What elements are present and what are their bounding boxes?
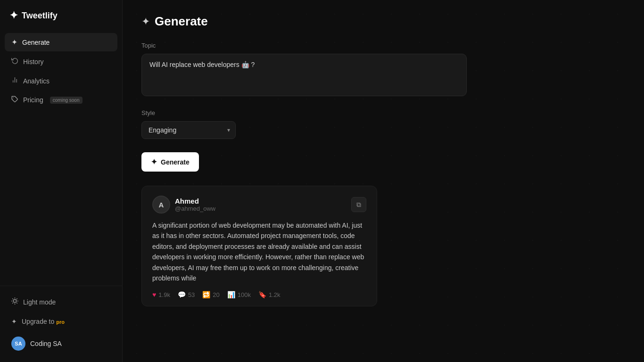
tweet-user-info: Ahmed @ahmed_oww [175, 197, 215, 212]
comments-count: 53 [188, 291, 195, 298]
analytics-icon [11, 76, 18, 85]
history-icon [11, 57, 18, 66]
heart-icon: ♥ [152, 291, 156, 298]
upgrade-to-pro[interactable]: ✦ Upgrade to pro [5, 313, 117, 330]
views-icon: 📊 [227, 291, 235, 298]
tweet-stats: ♥ 1.9k 💬 53 🔁 20 📊 100k 🔖 1.2k [152, 291, 366, 298]
user-profile[interactable]: SA Coding SA [5, 332, 117, 355]
tweet-handle: @ahmed_oww [175, 205, 215, 212]
sidebar-bottom: Light mode ✦ Upgrade to pro SA Coding SA [0, 286, 122, 362]
generate-header-icon: ✦ [141, 16, 150, 28]
page-title: Generate [155, 14, 208, 29]
tweet-comments: 💬 53 [178, 291, 195, 298]
tweet-card: A Ahmed @ahmed_oww ⧉ A significant porti… [141, 186, 377, 306]
generate-button[interactable]: ✦ Generate [141, 152, 199, 172]
sun-icon [11, 297, 18, 306]
topic-label: Topic [141, 42, 625, 49]
topic-section: Topic Will AI replace web developers 🤖 ? [141, 42, 625, 109]
comment-icon: 💬 [178, 291, 186, 298]
style-select[interactable]: Engaging Professional Casual Humorous Ed… [141, 121, 236, 139]
tweet-header: A Ahmed @ahmed_oww ⧉ [152, 196, 366, 214]
sidebar-item-analytics[interactable]: Analytics [5, 72, 117, 90]
likes-count: 1.9k [158, 291, 170, 298]
tweet-retweets: 🔁 20 [202, 291, 219, 298]
sidebar-item-generate[interactable]: ✦ Generate [5, 33, 117, 51]
sidebar-nav: ✦ Generate History Analytics Pricing com… [0, 33, 122, 286]
main-content: ✦ Generate Topic Will AI replace web dev… [123, 0, 644, 362]
bookmarks-count: 1.2k [269, 291, 281, 298]
sidebar-item-analytics-label: Analytics [23, 77, 50, 85]
style-label: Style [141, 109, 625, 116]
copy-icon: ⧉ [356, 201, 361, 209]
app-logo: ✦ Tweetlify [0, 0, 122, 33]
sidebar-item-pricing-label: Pricing [23, 96, 43, 104]
app-name: Tweetlify [22, 11, 58, 21]
svg-point-4 [13, 299, 16, 302]
retweet-icon: 🔁 [202, 291, 210, 298]
sidebar-item-pricing[interactable]: Pricing coming soon [5, 91, 117, 109]
tweet-avatar: A [152, 196, 170, 214]
generate-icon: ✦ [11, 38, 17, 47]
user-avatar: SA [11, 337, 25, 351]
user-name: Coding SA [30, 340, 62, 347]
generate-btn-icon: ✦ [151, 157, 157, 166]
views-count: 100k [238, 291, 251, 298]
copy-button[interactable]: ⧉ [351, 197, 366, 212]
light-mode-label: Light mode [23, 298, 56, 306]
pro-highlight: pro [56, 319, 65, 325]
tweet-name: Ahmed [175, 197, 215, 205]
tweet-user: A Ahmed @ahmed_oww [152, 196, 215, 214]
sidebar: ✦ Tweetlify ✦ Generate History Analytics… [0, 0, 123, 362]
coming-soon-badge: coming soon [50, 97, 83, 104]
bookmark-icon: 🔖 [258, 291, 266, 298]
tweet-text: A significant portion of web development… [152, 220, 366, 283]
svg-line-7 [13, 299, 13, 299]
sidebar-item-generate-label: Generate [22, 39, 50, 46]
upgrade-icon: ✦ [11, 318, 17, 325]
svg-line-8 [17, 303, 17, 303]
retweets-count: 20 [213, 291, 219, 298]
light-mode-toggle[interactable]: Light mode [5, 293, 117, 311]
tweet-bookmarks: 🔖 1.2k [258, 291, 281, 298]
svg-line-12 [17, 299, 17, 299]
tweet-likes: ♥ 1.9k [152, 291, 170, 298]
pricing-icon [11, 96, 18, 104]
logo-icon: ✦ [9, 9, 18, 22]
generate-btn-label: Generate [161, 158, 190, 166]
upgrade-label: Upgrade to pro [22, 318, 65, 325]
topic-input[interactable]: Will AI replace web developers 🤖 ? [141, 54, 467, 96]
tweet-views: 📊 100k [227, 291, 251, 298]
svg-line-11 [13, 303, 13, 303]
sidebar-item-history-label: History [23, 58, 44, 66]
sidebar-item-history[interactable]: History [5, 52, 117, 71]
style-select-wrapper: Engaging Professional Casual Humorous Ed… [141, 121, 236, 139]
style-section: Style Engaging Professional Casual Humor… [141, 109, 625, 139]
page-header: ✦ Generate [141, 14, 625, 29]
